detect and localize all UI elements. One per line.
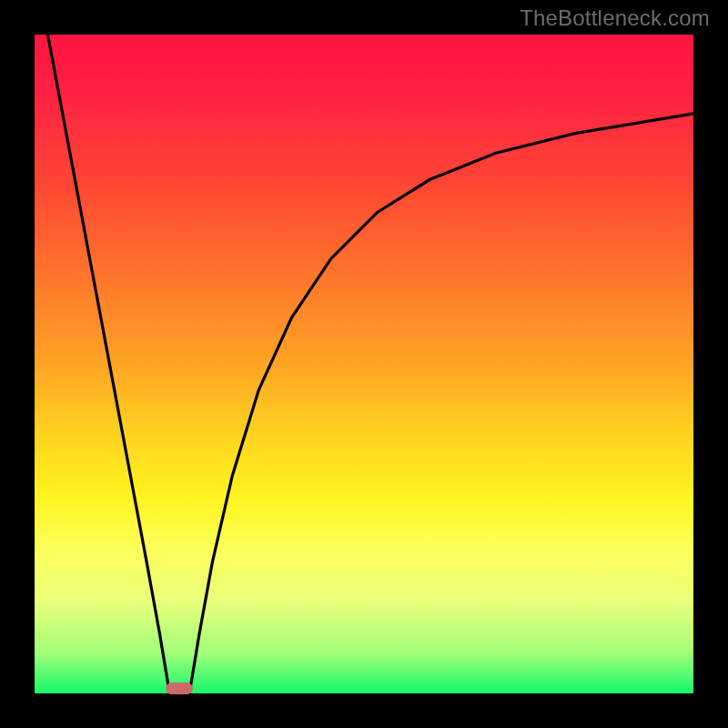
chart-frame: TheBottleneck.com — [0, 0, 728, 728]
curve-left-branch — [47, 35, 169, 693]
bottleneck-marker — [166, 682, 193, 694]
plot-area — [35, 35, 693, 693]
bottleneck-curve — [35, 35, 693, 693]
watermark-text: TheBottleneck.com — [520, 5, 710, 31]
curve-right-branch — [189, 114, 693, 693]
